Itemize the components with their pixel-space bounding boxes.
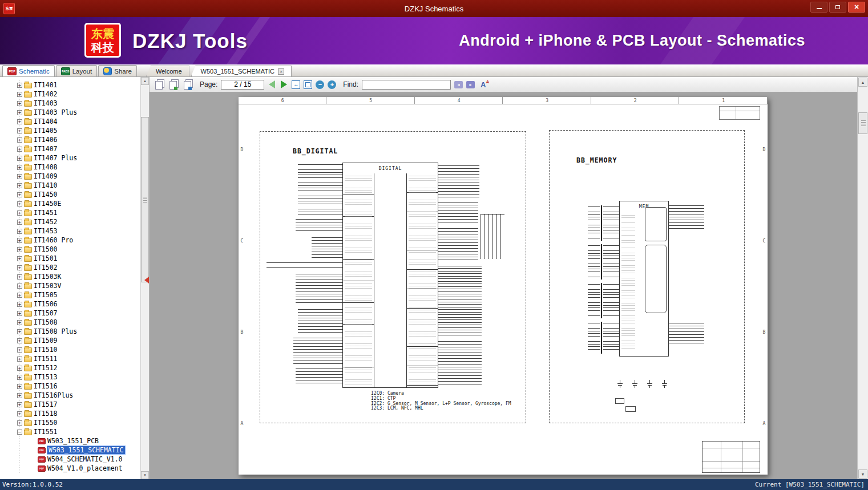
tree-folder[interactable]: IT1508 Plus — [0, 327, 140, 336]
page-number-input[interactable] — [221, 80, 264, 90]
expand-icon[interactable] — [17, 393, 22, 398]
fit-width-icon[interactable] — [292, 80, 300, 89]
minimize-button[interactable] — [810, 2, 827, 13]
expand-icon[interactable] — [17, 293, 22, 298]
tab-schematic[interactable]: PDF Schematic — [2, 65, 55, 76]
viewer-scrollbar[interactable] — [857, 77, 868, 479]
close-tab-icon[interactable] — [278, 68, 284, 75]
expand-icon[interactable] — [17, 220, 22, 225]
page-view-icon[interactable] — [184, 81, 191, 90]
expand-icon[interactable] — [17, 174, 22, 179]
tree-folder[interactable]: IT1503K — [0, 272, 140, 281]
expand-icon[interactable] — [17, 128, 22, 133]
text-size-icon[interactable]: A A — [481, 80, 489, 89]
tree-folder[interactable]: IT1512 — [0, 363, 140, 372]
expand-icon[interactable] — [17, 210, 22, 216]
find-next-icon[interactable] — [466, 81, 475, 88]
tree-pdf-item[interactable]: PDF W503_1551_PCB — [0, 436, 140, 446]
tree-folder[interactable]: IT1451 — [0, 208, 140, 217]
pdf-viewer[interactable]: 654321 DCBA DCBA BB_DIGITAL DIGITAL — [150, 92, 857, 479]
tree-folder[interactable]: IT1450 — [0, 190, 140, 199]
tree-folder[interactable]: IT1516 — [0, 382, 140, 391]
tree-folder[interactable]: IT1452 — [0, 217, 140, 226]
tree-folder-expanded[interactable]: IT1551 — [0, 427, 140, 436]
expand-icon[interactable] — [17, 192, 22, 197]
tree-folder[interactable]: IT1550 — [0, 418, 140, 427]
tree-folder[interactable]: IT1517 — [0, 400, 140, 409]
tree-folder[interactable]: IT1500 — [0, 245, 140, 254]
expand-icon[interactable] — [17, 420, 22, 426]
tree-folder[interactable]: IT1513 — [0, 372, 140, 382]
page-copy-icon[interactable] — [169, 81, 177, 90]
expand-icon[interactable] — [17, 83, 22, 88]
fit-page-icon[interactable] — [304, 80, 312, 89]
tree-pdf-item[interactable]: PDF W504_V1.0_placement — [0, 464, 140, 473]
tree-folder[interactable]: IT1511 — [0, 354, 140, 363]
tree-folder[interactable]: IT1506 — [0, 299, 140, 309]
tree-folder[interactable]: IT1460 Pro — [0, 236, 140, 245]
previous-page-icon[interactable] — [269, 80, 275, 88]
tree-folder[interactable]: IT1509 — [0, 336, 140, 345]
expand-icon[interactable] — [17, 201, 22, 206]
tree-folder[interactable]: IT1408 — [0, 163, 140, 172]
expand-icon[interactable] — [17, 338, 22, 343]
expand-icon[interactable] — [17, 101, 22, 106]
tree-folder[interactable]: IT1403 Plus — [0, 108, 140, 117]
next-page-icon[interactable] — [281, 80, 287, 88]
expand-icon[interactable] — [17, 147, 22, 152]
expand-icon[interactable] — [17, 110, 22, 115]
expand-icon[interactable] — [17, 347, 22, 353]
expand-icon[interactable] — [17, 165, 22, 170]
expand-icon[interactable] — [17, 384, 22, 389]
tree-folder[interactable]: IT1503V — [0, 281, 140, 290]
expand-icon[interactable] — [17, 375, 22, 380]
expand-icon[interactable] — [17, 411, 22, 416]
tree-folder[interactable]: IT1502 — [0, 263, 140, 272]
tree-folder[interactable]: IT1501 — [0, 254, 140, 263]
expand-icon[interactable] — [17, 156, 22, 161]
expand-icon[interactable] — [17, 357, 22, 362]
tree-folder[interactable]: IT1404 — [0, 117, 140, 126]
tree-folder[interactable]: IT1510 — [0, 345, 140, 354]
expand-icon[interactable] — [17, 402, 22, 407]
tree-folder[interactable]: IT1403 — [0, 99, 140, 108]
close-button[interactable] — [848, 2, 865, 13]
tree-folder[interactable]: IT1410 — [0, 181, 140, 190]
scroll-down-icon[interactable] — [141, 471, 149, 479]
find-previous-icon[interactable] — [454, 81, 463, 88]
expand-icon[interactable] — [17, 311, 22, 316]
tree-folder[interactable]: IT1406 — [0, 135, 140, 144]
find-input[interactable] — [362, 80, 451, 90]
scroll-down-icon[interactable] — [858, 469, 867, 479]
doc-tab-welcome[interactable]: Welcome — [146, 66, 189, 76]
viewer-scroll-thumb[interactable] — [858, 112, 867, 134]
sidebar-scroll-thumb[interactable] — [141, 117, 149, 282]
tree-pdf-item[interactable]: PDF W503_1551_SCHEMATIC — [0, 446, 140, 455]
sidebar-collapse-arrow[interactable] — [144, 277, 149, 284]
doc-tab-schematic[interactable]: W503_1551_SCHEMATIC — [191, 66, 292, 76]
expand-icon[interactable] — [17, 284, 22, 289]
scroll-up-icon[interactable] — [141, 77, 149, 85]
tree-folder[interactable]: IT1508 — [0, 318, 140, 327]
zoom-in-icon[interactable] — [328, 80, 336, 89]
tab-share[interactable]: Share — [98, 65, 137, 76]
scroll-up-icon[interactable] — [858, 78, 867, 87]
expand-icon[interactable] — [17, 274, 22, 280]
tree-folder[interactable]: IT1409 — [0, 172, 140, 181]
expand-icon[interactable] — [17, 92, 22, 97]
expand-icon[interactable] — [17, 265, 22, 270]
expand-icon[interactable] — [17, 302, 22, 307]
page-layout-icon[interactable] — [155, 81, 163, 90]
tree-folder[interactable]: IT1518 — [0, 409, 140, 418]
tree-folder[interactable]: IT1401 — [0, 80, 140, 90]
tree-folder[interactable]: IT1516Plus — [0, 391, 140, 400]
expand-icon[interactable] — [17, 256, 22, 261]
expand-icon[interactable] — [17, 329, 22, 334]
collapse-icon[interactable] — [17, 430, 22, 435]
maximize-button[interactable] — [829, 2, 846, 13]
expand-icon[interactable] — [17, 229, 22, 234]
tree-folder[interactable]: IT1405 — [0, 126, 140, 135]
expand-icon[interactable] — [17, 137, 22, 143]
expand-icon[interactable] — [17, 247, 22, 252]
tab-layout[interactable]: PADS Layout — [56, 65, 98, 76]
